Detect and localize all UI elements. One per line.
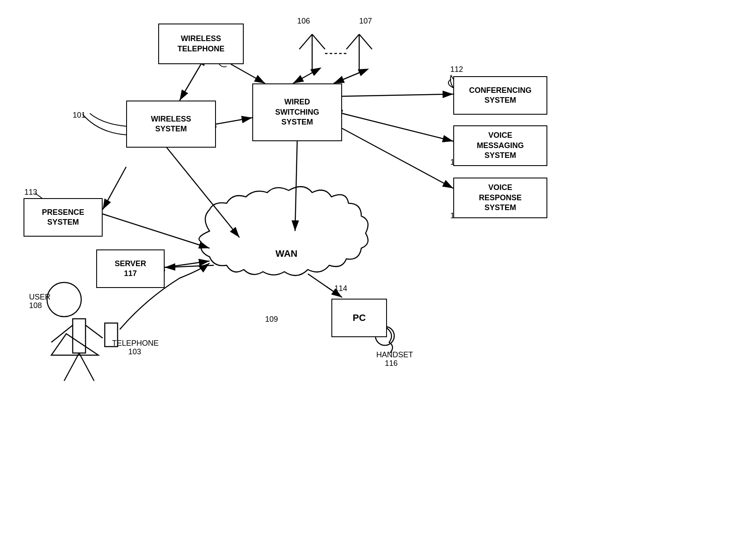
voice-response-box: VOICE RESPONSE SYSTEM — [453, 178, 547, 218]
diagram-container: WAN 101 102 104 106 107 113 112 111 110 … — [0, 0, 756, 543]
svg-line-20 — [103, 167, 126, 210]
wired-switching-label: WIRED SWITCHING SYSTEM — [275, 97, 319, 127]
svg-line-11 — [293, 73, 312, 83]
svg-line-14 — [342, 94, 453, 96]
user-right-arm — [86, 325, 103, 338]
svg-line-4 — [346, 34, 359, 49]
conferencing-label: CONFERENCING SYSTEM — [469, 86, 532, 106]
ref-112: 112 — [450, 65, 463, 74]
user-ref: 108 — [29, 301, 42, 310]
pc-label: PC — [353, 312, 366, 324]
svg-line-9 — [180, 64, 201, 101]
telephone-label: TELEPHONE — [112, 339, 159, 347]
server-box: SERVER 117 — [96, 249, 165, 288]
user-left-leg — [64, 353, 79, 381]
svg-line-2 — [312, 34, 325, 49]
antenna-107 — [346, 34, 372, 73]
conferencing-box: CONFERENCING SYSTEM — [453, 76, 547, 115]
svg-line-19 — [103, 214, 210, 248]
svg-line-10 — [231, 64, 265, 83]
telephone-ref: 103 — [128, 347, 141, 356]
ref-114: 114 — [334, 284, 347, 293]
wireless-telephone-label: WIRELESS TELEPHONE — [177, 34, 224, 54]
presence-system-label: PRESENCE SYSTEM — [42, 208, 84, 228]
ref-106: 106 — [297, 17, 310, 25]
svg-line-12 — [334, 73, 359, 83]
server-label: SERVER 117 — [115, 259, 146, 279]
handset-label: HANDSET — [376, 350, 413, 359]
wan-label: WAN — [275, 248, 297, 259]
wireless-system-box: WIRELESS SYSTEM — [126, 101, 216, 148]
antenna-106 — [299, 34, 325, 73]
pc-box: PC — [331, 299, 387, 337]
wan-cloud — [199, 187, 368, 276]
voice-messaging-box: VOICE MESSAGING SYSTEM — [453, 125, 547, 166]
svg-line-1 — [299, 34, 312, 49]
svg-line-18 — [167, 148, 239, 237]
voice-response-label: VOICE RESPONSE SYSTEM — [479, 183, 522, 213]
wired-switching-box: WIRED SWITCHING SYSTEM — [252, 83, 342, 141]
ref-109: 109 — [265, 315, 278, 323]
ref-113: 113 — [24, 188, 37, 196]
wireless-system-label: WIRELESS SYSTEM — [151, 114, 191, 134]
user-head — [47, 282, 81, 317]
svg-line-5 — [359, 34, 372, 49]
user-body — [73, 319, 86, 353]
presence-system-box: PRESENCE SYSTEM — [24, 198, 103, 237]
handset-ref: 116 — [385, 359, 398, 368]
voice-messaging-label: VOICE MESSAGING SYSTEM — [477, 131, 524, 160]
wireless-telephone-box: WIRELESS TELEPHONE — [158, 24, 244, 64]
svg-line-13 — [216, 118, 252, 124]
user-right-leg — [79, 353, 94, 381]
ref-107: 107 — [359, 17, 372, 25]
